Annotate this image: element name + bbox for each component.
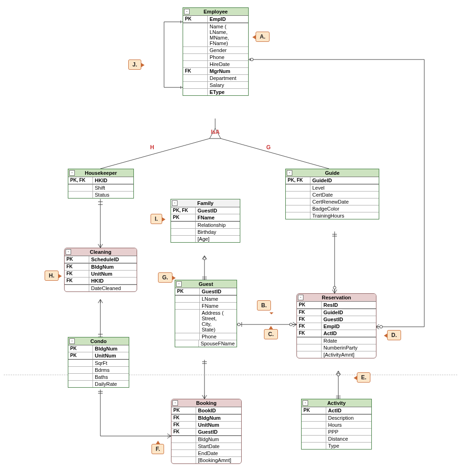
attribute-name: Baths (93, 374, 129, 380)
attribute-row: CertRenewDate (286, 198, 379, 205)
callout-b: B. (257, 300, 271, 311)
attribute-name: Shift (93, 185, 133, 191)
callout-g: G. (158, 272, 172, 283)
callout-i: I. (151, 214, 162, 224)
key-indicator: PK, FK (68, 177, 93, 184)
attribute-row: Gender (183, 47, 248, 54)
svg-point-24 (333, 286, 336, 289)
attribute-row: Department (183, 75, 248, 82)
attribute-name: BldgNum (89, 264, 137, 270)
attribute-row: PKGuestID (175, 288, 237, 295)
attribute-row: PKScheduleID (65, 256, 137, 263)
key-indicator (68, 360, 93, 366)
key-indicator (171, 450, 196, 456)
key-indicator (183, 23, 208, 46)
entity-title-text: Employee (204, 9, 228, 14)
attribute-row: NumberinParty (297, 344, 376, 351)
attribute-row: SqrFt (68, 359, 129, 367)
key-indicator (297, 337, 322, 344)
key-indicator (171, 436, 196, 443)
attribute-row: Description (302, 414, 371, 422)
attribute-name: [Age] (196, 236, 240, 242)
attribute-row: BldgNum (171, 436, 241, 443)
attribute-name: [ActivityAmnt] (322, 351, 376, 358)
entity-reservation: -ReservationPKResIDFKGuideIDFKGuestIDFKE… (296, 293, 376, 358)
attribute-row: Baths (68, 374, 129, 381)
attribute-name: GuestID (322, 316, 376, 323)
attribute-row: Address (Street,City,State) (175, 310, 237, 333)
collapse-icon[interactable]: - (298, 295, 303, 300)
attribute-row: FKGuideID (297, 309, 376, 316)
attribute-row: Phone (175, 333, 237, 340)
key-indicator (171, 443, 196, 450)
attribute-name: EType (208, 89, 248, 95)
callout-d: D. (387, 330, 401, 340)
attribute-name: Status (93, 192, 133, 198)
entity-housekeeper: -HousekeeperPK, FKHKIDShiftStatus (68, 169, 134, 198)
key-indicator (68, 192, 93, 198)
branch-h-label: H (150, 144, 154, 151)
collapse-icon[interactable]: - (176, 281, 182, 287)
attribute-row: PK, FKGuestID (171, 207, 240, 214)
entity-title: -Guide (286, 169, 379, 177)
attribute-row: FKGuestID (171, 429, 241, 436)
entity-title: -Housekeeper (68, 169, 133, 177)
attribute-row: FKUnitNum (171, 422, 241, 429)
attribute-name: Type (326, 443, 371, 449)
attribute-name: Hours (326, 422, 371, 428)
key-indicator (286, 212, 310, 219)
attribute-row: Birthday (171, 229, 240, 236)
collapse-icon[interactable]: - (69, 170, 75, 176)
attribute-name: GuestID (196, 429, 241, 435)
attribute-row: Status (68, 192, 133, 198)
entity-title: -Condo (68, 337, 129, 345)
attribute-row: Salary (183, 82, 248, 89)
attribute-name: MgrNum (208, 68, 248, 74)
entity-title: -Employee (183, 8, 248, 16)
entity-guest: -GuestPKGuestIDLNameFNameAddress (Street… (175, 280, 237, 347)
attribute-name: Relationship (196, 222, 240, 228)
collapse-icon[interactable]: - (66, 249, 71, 255)
entity-title-text: Family (198, 200, 214, 206)
collapse-icon[interactable]: - (172, 200, 178, 206)
attribute-row: Bdrms (68, 367, 129, 374)
attribute-row: FKBldgNum (65, 263, 137, 271)
key-indicator: PK (175, 288, 200, 295)
attribute-name: BldgNum (196, 436, 241, 443)
key-indicator (302, 429, 326, 435)
attribute-name: UnitNum (89, 271, 137, 277)
attribute-name: BadgeColor (310, 205, 379, 212)
key-indicator (302, 422, 326, 428)
attribute-row: FKEmpID (297, 323, 376, 330)
attribute-name: DailyRate (93, 381, 129, 387)
key-indicator (183, 82, 208, 88)
attribute-row: StartDate (171, 443, 241, 450)
key-indicator (68, 367, 93, 373)
attribute-row: TrainingHours (286, 212, 379, 219)
key-indicator (68, 185, 93, 191)
attribute-name: Level (310, 185, 379, 191)
attribute-row: Distance (302, 436, 371, 443)
key-indicator (68, 374, 93, 380)
attribute-name: Phone (200, 333, 237, 340)
attribute-row: [BookingAmnt] (171, 457, 241, 463)
attribute-row: PK, FKHKID (68, 177, 133, 184)
attribute-name: StartDate (196, 443, 241, 450)
entity-title: -Booking (171, 399, 241, 407)
collapse-icon[interactable]: - (172, 400, 178, 406)
collapse-icon[interactable]: - (287, 170, 292, 176)
collapse-icon[interactable]: - (303, 400, 308, 406)
collapse-icon[interactable]: - (69, 338, 75, 344)
key-indicator (297, 351, 322, 358)
collapse-icon[interactable]: - (184, 9, 190, 14)
key-indicator (183, 75, 208, 81)
attribute-name: [BookingAmnt] (196, 457, 241, 463)
attribute-name: SqrFt (93, 360, 129, 366)
attribute-name: SpouseFName (199, 340, 237, 347)
key-indicator: FK (65, 278, 89, 284)
key-indicator: PK (68, 352, 93, 359)
entity-condo: -CondoPKBldgNumPKUnitNumSqrFtBdrmsBathsD… (68, 337, 129, 388)
key-indicator (183, 47, 208, 53)
attribute-row: CertDate (286, 192, 379, 198)
attribute-name: BldgNum (196, 415, 241, 421)
